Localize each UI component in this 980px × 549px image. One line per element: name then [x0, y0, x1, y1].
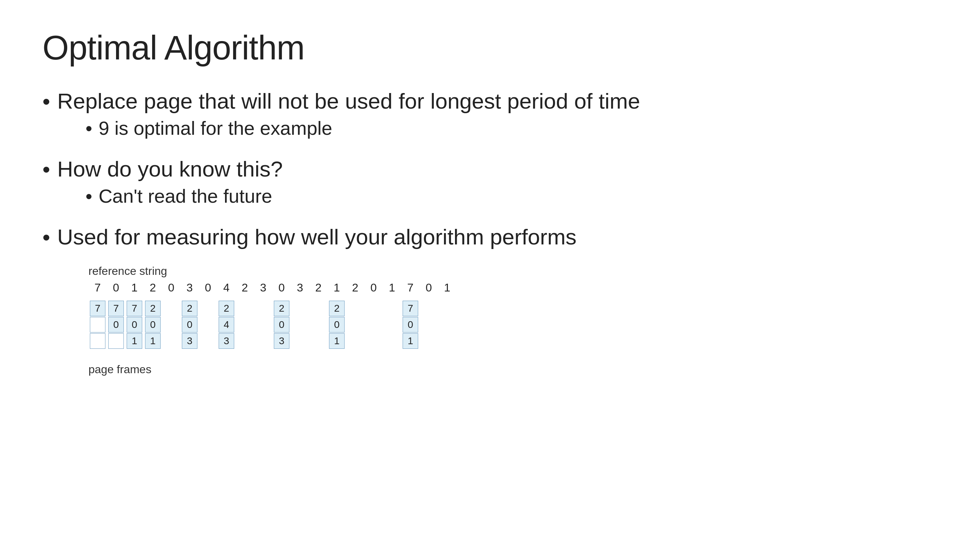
frame-col: 201 [328, 301, 346, 349]
frame-cell [90, 317, 105, 333]
bullet-text-3: Used for measuring how well your algorit… [57, 224, 577, 249]
ref-string-label: reference string [88, 264, 937, 278]
frame-col: 203 [180, 301, 199, 349]
frame-cell: 0 [182, 317, 197, 333]
ref-num: 0 [420, 281, 438, 294]
frame-cell: 0 [145, 317, 161, 333]
frame-col: 70 [107, 301, 125, 349]
frame-cell: 1 [127, 333, 142, 349]
frame-cell: 1 [402, 333, 418, 349]
frame-cell: 0 [108, 317, 124, 333]
bullet-text-2: How do you know this? [57, 156, 283, 181]
ref-num: 2 [144, 281, 162, 294]
sub-dot-2-1: • [86, 185, 92, 208]
bullet-item-2: • How do you know this? • Can't read the… [43, 156, 937, 214]
frame-col: 7 [88, 301, 107, 349]
ref-num: 2 [346, 281, 364, 294]
ref-num: 1 [125, 281, 144, 294]
frame-cell: 3 [274, 333, 290, 349]
frame-cell: 7 [127, 301, 142, 316]
frame-cell: 3 [182, 333, 197, 349]
frame-col: 203 [272, 301, 291, 349]
ref-num: 0 [199, 281, 217, 294]
bullet-text-block-1: Replace page that will not be used for l… [57, 88, 640, 146]
page-frames-label: page frames [88, 363, 937, 376]
ref-num: 0 [162, 281, 180, 294]
ref-num: 2 [235, 281, 254, 294]
frame-col: 201 [144, 301, 162, 349]
ref-num: 2 [309, 281, 328, 294]
ref-num: 1 [438, 281, 457, 294]
ref-num: 7 [401, 281, 420, 294]
ref-num: 1 [328, 281, 346, 294]
frame-cell: 2 [329, 301, 345, 316]
sub-list-2: • Can't read the future [86, 185, 283, 214]
frame-cell: 0 [402, 317, 418, 333]
sub-item-1-1: • 9 is optimal for the example [86, 117, 640, 140]
ref-num: 3 [254, 281, 272, 294]
sub-item-2-1: • Can't read the future [86, 185, 283, 208]
frame-cell: 1 [329, 333, 345, 349]
frame-cell: 7 [108, 301, 124, 316]
ref-string-numbers: 70120304230321201701 [88, 281, 937, 294]
slide: Optimal Algorithm • Replace page that wi… [0, 0, 980, 549]
frames-row: 770701201203243203201701 [88, 301, 457, 357]
frame-cell: 0 [274, 317, 290, 333]
bullet-item-3: • Used for measuring how well your algor… [43, 224, 937, 250]
frame-cell: 0 [127, 317, 142, 333]
frame-cell: 2 [274, 301, 290, 316]
bullet-dot-1: • [43, 88, 50, 115]
frame-cell: 4 [219, 317, 234, 333]
frame-cell: 3 [219, 333, 234, 349]
frame-cell: 1 [145, 333, 161, 349]
bullet-list: • Replace page that will not be used for… [43, 88, 937, 250]
frame-col: 701 [125, 301, 144, 349]
ref-num: 3 [291, 281, 309, 294]
bullet-text-block-3: Used for measuring how well your algorit… [57, 224, 577, 249]
frame-cell: 7 [402, 301, 418, 316]
bullet-dot-3: • [43, 224, 50, 250]
sub-list-1: • 9 is optimal for the example [86, 117, 640, 146]
ref-num: 4 [217, 281, 235, 294]
sub-text-1-1: 9 is optimal for the example [99, 117, 332, 139]
ref-num: 0 [107, 281, 125, 294]
bullet-item-1: • Replace page that will not be used for… [43, 88, 937, 146]
diagram-area: reference string 70120304230321201701 77… [85, 264, 937, 376]
frame-cell: 0 [329, 317, 345, 333]
frame-cell: 2 [219, 301, 234, 316]
frame-cell: 2 [145, 301, 161, 316]
ref-num: 7 [88, 281, 107, 294]
ref-num: 1 [383, 281, 401, 294]
frame-cell: 2 [182, 301, 197, 316]
ref-num: 3 [180, 281, 199, 294]
frame-col: 701 [401, 301, 420, 349]
bullet-text-block-2: How do you know this? • Can't read the f… [57, 156, 283, 214]
ref-num: 0 [364, 281, 383, 294]
frame-cell: 7 [90, 301, 105, 316]
frame-cell [90, 333, 105, 349]
sub-text-2-1: Can't read the future [99, 185, 272, 207]
frame-col: 243 [217, 301, 235, 349]
sub-dot-1-1: • [86, 117, 92, 140]
frame-cell [108, 333, 124, 349]
ref-num: 0 [272, 281, 291, 294]
bullet-text-1: Replace page that will not be used for l… [57, 88, 640, 113]
slide-title: Optimal Algorithm [43, 28, 937, 67]
bullet-dot-2: • [43, 156, 50, 183]
